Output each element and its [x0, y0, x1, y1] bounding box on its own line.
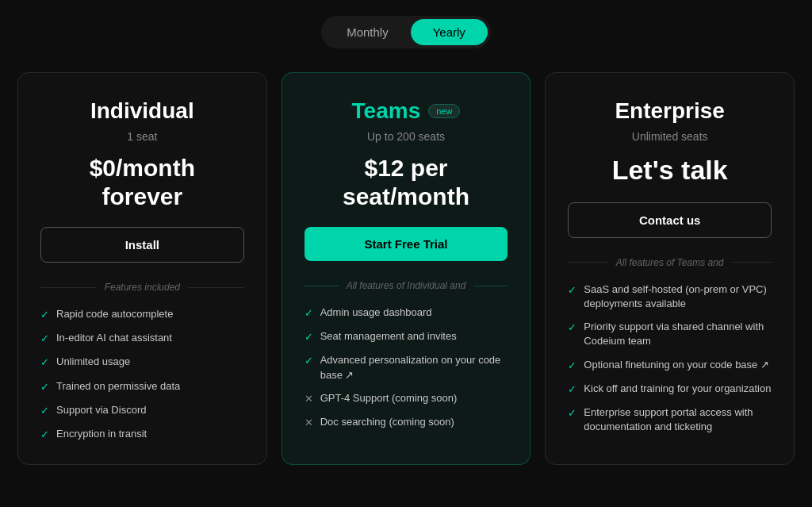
list-item: ✓Optional finetuning on your code base ↗ [568, 358, 772, 373]
teams-title: Teamsnew [304, 98, 508, 124]
feature-text: Encryption in transit [56, 427, 147, 441]
feature-text: GPT-4 Support (coming soon) [320, 391, 458, 405]
check-icon: ✓ [568, 283, 576, 298]
list-item: ✓Seat management and invites [304, 329, 508, 344]
check-icon: ✓ [40, 428, 49, 442]
list-item: ✓Priority support via shared channel wit… [568, 320, 772, 348]
feature-text: Support via Discord [56, 403, 146, 417]
list-item: ✕GPT-4 Support (coming soon) [304, 391, 508, 406]
check-icon: ✓ [40, 308, 49, 322]
feature-text: Priority support via shared channel with… [584, 320, 772, 348]
check-icon: ✓ [40, 355, 49, 370]
teams-features: ✓Admin usage dashboard✓Seat management a… [304, 305, 508, 430]
teams-divider: All features of Individual and [304, 280, 508, 291]
list-item: ✓Enterprise support portal access with d… [568, 405, 772, 434]
billing-toggle: Monthly Yearly [321, 16, 491, 48]
list-item: ✓Trained on permissive data [40, 379, 244, 394]
check-icon: ✓ [568, 382, 576, 397]
individual-price: $0/month forever [40, 154, 244, 211]
list-item: ✓Support via Discord [40, 403, 244, 418]
check-icon: ✓ [40, 404, 49, 418]
check-icon: ✓ [40, 380, 49, 394]
check-icon: ✓ [304, 306, 313, 321]
feature-text: Unlimited usage [56, 355, 130, 369]
feature-text: Rapid code autocomplete [56, 307, 173, 321]
feature-text: Kick off and training for your organizat… [584, 382, 771, 396]
teams-price: $12 per seat/month [304, 154, 508, 211]
new-badge: new [428, 104, 460, 118]
feature-text: SaaS and self-hosted (on-prem or VPC) de… [584, 282, 772, 311]
teams-title-text: Teams [352, 98, 421, 124]
individual-seats: 1 seat [40, 130, 244, 143]
enterprise-seats: Unlimited seats [568, 130, 772, 143]
teams-seats: Up to 200 seats [304, 130, 508, 143]
wrench-icon: ✕ [304, 392, 313, 406]
feature-text: Seat management and invites [320, 329, 457, 344]
teams-button[interactable]: Start Free Trial [304, 227, 508, 261]
enterprise-title: Enterprise [568, 98, 772, 124]
list-item: ✓Advanced personalization on your code b… [304, 353, 508, 382]
list-item: ✕Doc searching (coming soon) [304, 415, 508, 430]
check-icon: ✓ [304, 330, 313, 344]
list-item: ✓Admin usage dashboard [304, 305, 508, 321]
check-icon: ✓ [304, 354, 313, 368]
feature-text: Trained on permissive data [56, 379, 180, 394]
check-icon: ✓ [568, 359, 576, 373]
list-item: ✓SaaS and self-hosted (on-prem or VPC) d… [568, 282, 772, 311]
card-enterprise: EnterpriseUnlimited seatsLet's talkConta… [545, 72, 795, 465]
check-icon: ✓ [40, 332, 49, 346]
list-item: ✓In-editor AI chat assistant [40, 331, 244, 346]
pricing-cards: Individual1 seat$0/month foreverInstallF… [17, 72, 795, 465]
individual-divider: Features included [40, 282, 244, 293]
card-individual: Individual1 seat$0/month foreverInstallF… [17, 72, 267, 465]
individual-title: Individual [40, 98, 244, 124]
list-item: ✓Rapid code autocomplete [40, 307, 244, 322]
card-teams: TeamsnewUp to 200 seats$12 per seat/mont… [282, 72, 531, 465]
feature-text: Doc searching (coming soon) [320, 415, 454, 429]
feature-text: Enterprise support portal access with do… [584, 405, 772, 434]
feature-text: Optional finetuning on your code base ↗ [584, 358, 769, 372]
yearly-toggle-button[interactable]: Yearly [411, 19, 488, 45]
enterprise-button[interactable]: Contact us [568, 202, 772, 238]
list-item: ✓Kick off and training for your organiza… [568, 382, 772, 397]
feature-text: Advanced personalization on your code ba… [320, 353, 508, 382]
enterprise-price: Let's talk [568, 154, 772, 186]
wrench-icon: ✕ [304, 416, 313, 430]
individual-button[interactable]: Install [40, 227, 244, 263]
feature-text: In-editor AI chat assistant [56, 331, 172, 345]
check-icon: ✓ [568, 406, 576, 421]
enterprise-features: ✓SaaS and self-hosted (on-prem or VPC) d… [568, 282, 772, 435]
list-item: ✓Encryption in transit [40, 427, 244, 442]
monthly-toggle-button[interactable]: Monthly [324, 19, 411, 45]
individual-features: ✓Rapid code autocomplete✓In-editor AI ch… [40, 307, 244, 442]
check-icon: ✓ [568, 321, 576, 335]
feature-text: Admin usage dashboard [320, 305, 432, 320]
list-item: ✓Unlimited usage [40, 355, 244, 370]
enterprise-divider: All features of Teams and [568, 257, 772, 268]
